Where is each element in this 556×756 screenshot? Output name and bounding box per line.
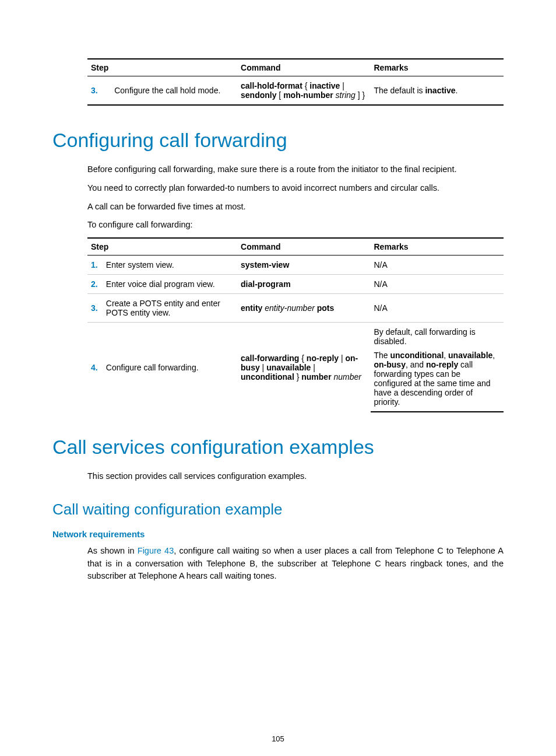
cmd-token: unavailable xyxy=(266,363,311,372)
rem-text: The default is xyxy=(374,86,425,95)
table-row: 3. Create a POTS entity and enter POTS e… xyxy=(87,294,504,323)
rem-text: . xyxy=(456,86,458,95)
cmd-token: call-forwarding xyxy=(241,354,299,363)
paragraph: A call can be forwarded five times at mo… xyxy=(87,201,504,214)
cmd-token: entity xyxy=(241,303,262,313)
remarks-cell: The unconditional, unavailable, on-busy,… xyxy=(371,348,504,412)
paragraph: As shown in Figure 43, configure call wa… xyxy=(87,545,504,583)
step-number: 1. xyxy=(87,256,103,275)
command-cell: system-view xyxy=(237,256,370,275)
step-text: Configure call forwarding. xyxy=(103,323,237,412)
cmd-token: unconditional xyxy=(241,372,294,382)
rem-text: , xyxy=(492,351,495,360)
heading-call-services-examples: Call services configuration examples xyxy=(52,436,504,459)
cmd-token: | xyxy=(339,354,345,363)
step-text: Configure the call hold mode. xyxy=(111,76,237,106)
table-header-row: Step Command Remarks xyxy=(87,59,504,76)
cmd-arg: entity-number xyxy=(265,303,315,313)
table-row: 4. Configure call forwarding. call-forwa… xyxy=(87,323,504,349)
rem-text: The xyxy=(374,351,390,360)
step-text: Enter system view. xyxy=(103,256,237,275)
page-number: 105 xyxy=(52,734,504,743)
step-text: Enter voice dial program view. xyxy=(103,275,237,294)
cmd-token: pots xyxy=(317,303,335,313)
command-cell: call-forwarding { no-reply | on-busy | u… xyxy=(237,323,370,412)
call-forwarding-table: Step Command Remarks 1. Enter system vie… xyxy=(87,237,504,412)
call-hold-table-wrap: Step Command Remarks 3. Configure the ca… xyxy=(87,58,504,106)
table-row: 2. Enter voice dial program view. dial-p… xyxy=(87,275,504,294)
th-step: Step xyxy=(87,238,237,256)
cmd-token: number xyxy=(301,372,331,382)
remarks-cell: The default is inactive. xyxy=(370,76,504,106)
heading-network-requirements: Network requirements xyxy=(52,529,504,539)
cmd-token: ] } xyxy=(356,90,365,100)
cmd-token: } xyxy=(294,372,301,382)
cmd-token: { xyxy=(299,354,306,363)
table-header-row: Step Command Remarks xyxy=(87,238,504,256)
paragraph: This section provides call services conf… xyxy=(87,470,504,483)
cmd-token: { xyxy=(302,81,309,90)
figure-link[interactable]: Figure 43 xyxy=(138,546,174,555)
cmd-token: | xyxy=(311,363,315,372)
rem-bold: on-busy xyxy=(374,360,406,369)
remarks-cell: N/A xyxy=(371,256,504,275)
para-text: As shown in xyxy=(87,546,138,555)
rem-bold: no-reply xyxy=(426,360,458,369)
cmd-token: inactive xyxy=(309,81,340,90)
step-number: 2. xyxy=(87,275,103,294)
cmd-token: sendonly xyxy=(241,90,276,100)
th-step: Step xyxy=(87,59,237,76)
cmd-arg: string xyxy=(336,90,356,100)
remarks-cell: N/A xyxy=(371,294,504,323)
call-forwarding-table-wrap: Step Command Remarks 1. Enter system vie… xyxy=(87,237,504,412)
rem-text: , and xyxy=(406,360,426,369)
cmd-token: [ xyxy=(276,90,283,100)
command-cell: dial-program xyxy=(237,275,370,294)
step-text: Create a POTS entity and enter POTS enti… xyxy=(103,294,237,323)
heading-call-waiting-example: Call waiting configuration example xyxy=(52,501,504,519)
remarks-cell: By default, call forwarding is disabled. xyxy=(371,323,504,349)
cmd-arg: number xyxy=(334,372,361,382)
th-remarks: Remarks xyxy=(370,59,504,76)
cmd-token: moh-number xyxy=(283,90,333,100)
cmd-token: no-reply xyxy=(307,354,339,363)
table-row: 1. Enter system view. system-view N/A xyxy=(87,256,504,275)
command-cell: call-hold-format { inactive | sendonly [… xyxy=(237,76,370,106)
paragraph: Before configuring call forwarding, make… xyxy=(87,163,504,176)
paragraph: To configure call forwarding: xyxy=(87,219,504,232)
rem-bold: unavailable xyxy=(448,351,492,360)
document-page: Step Command Remarks 3. Configure the ca… xyxy=(0,0,556,756)
rem-text: , xyxy=(444,351,448,360)
th-remarks: Remarks xyxy=(371,238,504,256)
cmd-token: call-hold-format xyxy=(241,81,302,90)
heading-configuring-call-forwarding: Configuring call forwarding xyxy=(52,129,504,152)
step-number: 3. xyxy=(87,76,111,106)
remarks-cell: N/A xyxy=(371,275,504,294)
th-command: Command xyxy=(237,238,370,256)
paragraph: You need to correctly plan forwarded-to … xyxy=(87,182,504,195)
rem-bold: unconditional xyxy=(390,351,444,360)
call-hold-table: Step Command Remarks 3. Configure the ca… xyxy=(87,58,504,106)
rem-bold: inactive xyxy=(425,86,455,95)
cmd-token: | xyxy=(340,81,344,90)
table-row: 3. Configure the call hold mode. call-ho… xyxy=(87,76,504,106)
th-command: Command xyxy=(237,59,370,76)
step-number: 3. xyxy=(87,294,103,323)
command-cell: entity entity-number pots xyxy=(237,294,370,323)
step-number: 4. xyxy=(87,323,103,412)
cmd-token: | xyxy=(260,363,266,372)
